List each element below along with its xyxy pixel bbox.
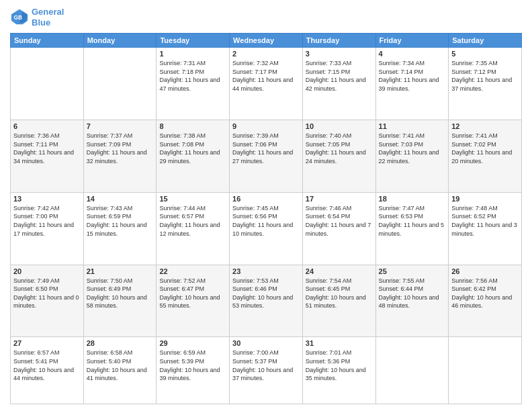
day-number: 10 xyxy=(306,122,373,130)
calendar-cell: 31Sunrise: 7:01 AM Sunset: 5:36 PM Dayli… xyxy=(302,337,375,404)
calendar-cell: 29Sunrise: 6:59 AM Sunset: 5:39 PM Dayli… xyxy=(157,337,230,404)
day-number: 23 xyxy=(232,267,300,275)
weekday-header-friday: Friday xyxy=(375,34,449,48)
weekday-header-thursday: Thursday xyxy=(302,34,375,48)
day-number: 15 xyxy=(159,195,226,203)
calendar-cell: 17Sunrise: 7:46 AM Sunset: 6:54 PM Dayli… xyxy=(302,192,375,265)
calendar-cell: 28Sunrise: 6:58 AM Sunset: 5:40 PM Dayli… xyxy=(83,337,157,404)
calendar-cell: 5Sunrise: 7:35 AM Sunset: 7:12 PM Daylig… xyxy=(449,48,522,120)
day-info: Sunrise: 7:40 AM Sunset: 7:05 PM Dayligh… xyxy=(306,132,373,165)
day-number: 20 xyxy=(13,267,81,275)
day-number: 9 xyxy=(232,122,300,130)
weekday-header-wednesday: Wednesday xyxy=(230,34,303,48)
weekday-header-row: SundayMondayTuesdayWednesdayThursdayFrid… xyxy=(11,34,522,48)
calendar-cell: 1Sunrise: 7:31 AM Sunset: 7:18 PM Daylig… xyxy=(157,48,230,120)
day-info: Sunrise: 7:33 AM Sunset: 7:15 PM Dayligh… xyxy=(306,59,373,93)
calendar-cell: 20Sunrise: 7:49 AM Sunset: 6:50 PM Dayli… xyxy=(11,265,84,337)
day-number: 30 xyxy=(232,339,300,347)
calendar-cell: 3Sunrise: 7:33 AM Sunset: 7:15 PM Daylig… xyxy=(302,48,375,120)
day-info: Sunrise: 7:31 AM Sunset: 7:18 PM Dayligh… xyxy=(159,59,226,93)
day-info: Sunrise: 7:42 AM Sunset: 7:00 PM Dayligh… xyxy=(13,204,81,238)
week-row-4: 20Sunrise: 7:49 AM Sunset: 6:50 PM Dayli… xyxy=(11,265,522,337)
day-info: Sunrise: 7:01 AM Sunset: 5:36 PM Dayligh… xyxy=(306,349,373,382)
calendar-cell xyxy=(83,48,157,120)
day-info: Sunrise: 7:43 AM Sunset: 6:59 PM Dayligh… xyxy=(87,204,154,238)
weekday-header-monday: Monday xyxy=(83,34,157,48)
day-number: 29 xyxy=(159,339,226,347)
day-info: Sunrise: 7:34 AM Sunset: 7:14 PM Dayligh… xyxy=(379,59,446,93)
calendar-cell: 18Sunrise: 7:47 AM Sunset: 6:53 PM Dayli… xyxy=(375,192,449,265)
day-number: 16 xyxy=(232,195,300,203)
logo-text: General Blue xyxy=(32,7,64,28)
day-number: 28 xyxy=(87,339,154,347)
calendar-cell: 7Sunrise: 7:37 AM Sunset: 7:09 PM Daylig… xyxy=(83,120,157,193)
day-number: 31 xyxy=(306,339,373,347)
day-info: Sunrise: 7:55 AM Sunset: 6:44 PM Dayligh… xyxy=(379,277,446,310)
calendar-cell: 21Sunrise: 7:50 AM Sunset: 6:49 PM Dayli… xyxy=(83,265,157,337)
day-info: Sunrise: 7:53 AM Sunset: 6:46 PM Dayligh… xyxy=(232,277,300,310)
week-row-2: 6Sunrise: 7:36 AM Sunset: 7:11 PM Daylig… xyxy=(11,120,522,193)
day-info: Sunrise: 6:59 AM Sunset: 5:39 PM Dayligh… xyxy=(159,349,226,382)
week-row-5: 27Sunrise: 6:57 AM Sunset: 5:41 PM Dayli… xyxy=(11,337,522,404)
day-info: Sunrise: 7:46 AM Sunset: 6:54 PM Dayligh… xyxy=(306,204,373,238)
day-number: 17 xyxy=(306,195,373,203)
day-number: 2 xyxy=(232,50,300,58)
calendar-cell xyxy=(449,337,522,404)
calendar-cell: 25Sunrise: 7:55 AM Sunset: 6:44 PM Dayli… xyxy=(375,265,449,337)
day-info: Sunrise: 7:50 AM Sunset: 6:49 PM Dayligh… xyxy=(87,277,154,310)
week-row-1: 1Sunrise: 7:31 AM Sunset: 7:18 PM Daylig… xyxy=(11,48,522,120)
day-number: 4 xyxy=(379,50,446,58)
calendar-cell: 22Sunrise: 7:52 AM Sunset: 6:47 PM Dayli… xyxy=(157,265,230,337)
calendar-table: SundayMondayTuesdayWednesdayThursdayFrid… xyxy=(10,33,522,404)
day-info: Sunrise: 7:49 AM Sunset: 6:50 PM Dayligh… xyxy=(13,277,81,310)
logo-icon: GB xyxy=(10,8,29,27)
day-number: 25 xyxy=(379,267,446,275)
day-number: 14 xyxy=(87,195,154,203)
calendar-cell: 14Sunrise: 7:43 AM Sunset: 6:59 PM Dayli… xyxy=(83,192,157,265)
week-row-3: 13Sunrise: 7:42 AM Sunset: 7:00 PM Dayli… xyxy=(11,192,522,265)
day-number: 24 xyxy=(306,267,373,275)
day-number: 6 xyxy=(13,122,81,130)
day-number: 3 xyxy=(306,50,373,58)
day-info: Sunrise: 7:44 AM Sunset: 6:57 PM Dayligh… xyxy=(159,204,226,238)
day-info: Sunrise: 7:39 AM Sunset: 7:06 PM Dayligh… xyxy=(232,132,300,165)
calendar-cell: 10Sunrise: 7:40 AM Sunset: 7:05 PM Dayli… xyxy=(302,120,375,193)
day-info: Sunrise: 7:32 AM Sunset: 7:17 PM Dayligh… xyxy=(232,59,300,93)
day-number: 12 xyxy=(451,122,519,130)
day-info: Sunrise: 7:52 AM Sunset: 6:47 PM Dayligh… xyxy=(159,277,226,310)
day-number: 22 xyxy=(159,267,226,275)
day-number: 5 xyxy=(451,50,519,58)
day-info: Sunrise: 7:47 AM Sunset: 6:53 PM Dayligh… xyxy=(379,204,446,238)
calendar-cell: 24Sunrise: 7:54 AM Sunset: 6:45 PM Dayli… xyxy=(302,265,375,337)
calendar-cell: 9Sunrise: 7:39 AM Sunset: 7:06 PM Daylig… xyxy=(230,120,303,193)
header: GB General Blue xyxy=(10,7,522,28)
svg-text:GB: GB xyxy=(14,13,23,20)
calendar-cell: 26Sunrise: 7:56 AM Sunset: 6:42 PM Dayli… xyxy=(449,265,522,337)
calendar-cell: 13Sunrise: 7:42 AM Sunset: 7:00 PM Dayli… xyxy=(11,192,84,265)
day-info: Sunrise: 7:54 AM Sunset: 6:45 PM Dayligh… xyxy=(306,277,373,310)
calendar-cell: 4Sunrise: 7:34 AM Sunset: 7:14 PM Daylig… xyxy=(375,48,449,120)
day-info: Sunrise: 7:38 AM Sunset: 7:08 PM Dayligh… xyxy=(159,132,226,165)
day-info: Sunrise: 7:41 AM Sunset: 7:02 PM Dayligh… xyxy=(451,132,519,165)
calendar-cell: 8Sunrise: 7:38 AM Sunset: 7:08 PM Daylig… xyxy=(157,120,230,193)
day-info: Sunrise: 6:58 AM Sunset: 5:40 PM Dayligh… xyxy=(87,349,154,382)
day-number: 26 xyxy=(451,267,519,275)
calendar-cell: 15Sunrise: 7:44 AM Sunset: 6:57 PM Dayli… xyxy=(157,192,230,265)
day-number: 27 xyxy=(13,339,81,347)
calendar-cell: 30Sunrise: 7:00 AM Sunset: 5:37 PM Dayli… xyxy=(230,337,303,404)
calendar-cell: 27Sunrise: 6:57 AM Sunset: 5:41 PM Dayli… xyxy=(11,337,84,404)
day-number: 7 xyxy=(87,122,154,130)
calendar-cell: 2Sunrise: 7:32 AM Sunset: 7:17 PM Daylig… xyxy=(230,48,303,120)
weekday-header-saturday: Saturday xyxy=(449,34,522,48)
day-number: 19 xyxy=(451,195,519,203)
calendar-cell xyxy=(375,337,449,404)
day-number: 1 xyxy=(159,50,226,58)
logo: GB General Blue xyxy=(10,7,64,28)
day-info: Sunrise: 7:45 AM Sunset: 6:56 PM Dayligh… xyxy=(232,204,300,238)
day-info: Sunrise: 7:35 AM Sunset: 7:12 PM Dayligh… xyxy=(451,59,519,93)
day-number: 21 xyxy=(87,267,154,275)
day-number: 13 xyxy=(13,195,81,203)
day-info: Sunrise: 7:56 AM Sunset: 6:42 PM Dayligh… xyxy=(451,277,519,310)
day-info: Sunrise: 7:48 AM Sunset: 6:52 PM Dayligh… xyxy=(451,204,519,238)
day-info: Sunrise: 7:37 AM Sunset: 7:09 PM Dayligh… xyxy=(87,132,154,165)
